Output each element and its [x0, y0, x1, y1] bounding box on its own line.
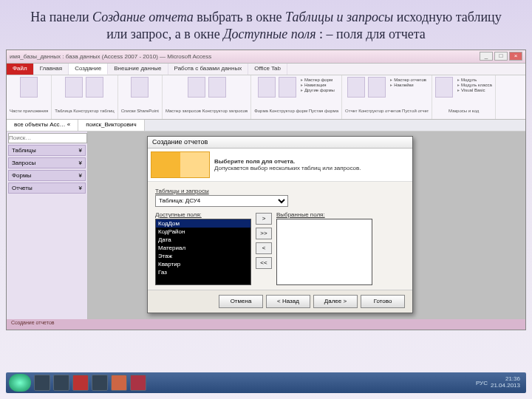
forms-list: Мастер форм Навигация Другие формы — [299, 77, 335, 92]
selected-fields-list[interactable] — [276, 219, 372, 285]
ribbon-tabs: Файл Главная Создание Внешние данные Раб… — [7, 64, 525, 75]
ribbon-group-app-parts: Части приложения — [7, 75, 52, 119]
table-icon[interactable] — [65, 77, 83, 98]
form-icon[interactable] — [258, 77, 276, 98]
remove-one-button[interactable]: < — [256, 242, 272, 254]
list-item[interactable]: Газ — [156, 268, 250, 276]
tab-create[interactable]: Создание — [69, 64, 108, 75]
available-fields-label: Доступные поля: — [155, 211, 251, 218]
taskbar-explorer-icon[interactable] — [34, 375, 50, 391]
report-design-icon[interactable] — [368, 77, 386, 98]
nav-cat-reports[interactable]: Отчеты¥ — [8, 183, 86, 194]
reports-list: Мастер отчетов Наклейки — [389, 77, 426, 87]
list-item[interactable]: КодРайон — [156, 228, 250, 236]
taskbar-lang[interactable]: РУС — [476, 380, 488, 386]
report-icon[interactable] — [347, 77, 365, 98]
app-parts-icon[interactable] — [20, 77, 38, 98]
list-item[interactable]: Материал — [156, 244, 250, 252]
ribbon-group-forms: Мастер форм Навигация Другие формы Форма… — [251, 75, 342, 119]
query-wizard-icon[interactable] — [188, 77, 205, 98]
doc-tab-allobjects[interactable]: все объекты Acc… « — [7, 120, 78, 131]
nav-cat-tables[interactable]: Таблицы¥ — [8, 145, 86, 156]
selected-fields-label: Выбранные поля: — [276, 211, 372, 218]
banner-sub: Допускается выбор нескольких таблиц или … — [214, 165, 361, 171]
tab-dbtools[interactable]: Работа с базами данных — [168, 64, 249, 75]
ribbon-group-queries: Мастер запросов Конструктор запросов — [163, 75, 251, 119]
titlebar: имя_базы_данных : база данных (Access 20… — [7, 50, 525, 64]
dialog-footer: Отмена < Назад Далее > Готово — [148, 290, 412, 313]
search-input[interactable] — [8, 133, 87, 143]
add-all-button[interactable]: >> — [256, 228, 272, 239]
maximize-button[interactable]: □ — [494, 52, 508, 61]
nav-cat-queries[interactable]: Запросы¥ — [8, 157, 86, 168]
navigation-pane: Таблицы¥ Запросы¥ Формы¥ Отчеты¥ — [7, 132, 88, 319]
tab-file[interactable]: Файл — [7, 64, 34, 75]
slide-title: На панели Создание отчета выбрать в окне… — [0, 0, 532, 50]
taskbar-app-icon[interactable] — [92, 375, 108, 391]
dialog-title: Создание отчетов — [148, 137, 412, 149]
ribbon-group-macros: Модуль Модуль класса Visual Basic Макрос… — [432, 75, 495, 119]
finish-button[interactable]: Готово — [361, 295, 405, 308]
tab-home[interactable]: Главная — [34, 64, 69, 75]
banner-heading: Выберите поля для отчета. — [214, 158, 361, 165]
dialog-banner: Выберите поля для отчета. Допускается вы… — [148, 149, 412, 182]
nav-cat-forms[interactable]: Формы¥ — [8, 170, 86, 181]
nav-search — [8, 133, 86, 143]
minimize-button[interactable]: _ — [480, 52, 493, 61]
form-design-icon[interactable] — [279, 77, 296, 98]
tab-officetab[interactable]: Office Tab — [248, 64, 287, 75]
window-title: имя_базы_данных : база данных (Access 20… — [10, 53, 211, 60]
cancel-button[interactable]: Отмена — [219, 295, 263, 308]
taskbar-powerpoint-icon[interactable] — [111, 375, 127, 391]
tables-queries-label: Таблицы и запросы — [155, 188, 405, 194]
taskbar: РУС 21:36 21.04.2013 — [6, 372, 526, 393]
document-tabs: все объекты Acc… « поиск_Викторович — [7, 120, 525, 132]
list-item[interactable]: Дата — [156, 236, 250, 244]
status-bar: Создание отчетов — [7, 319, 525, 330]
wizard-banner-icon — [151, 151, 210, 178]
tables-queries-select[interactable]: Таблица: ДСУ4 — [155, 195, 288, 207]
ribbon-group-tables: Таблица Конструктор таблиц — [52, 75, 118, 119]
query-design-icon[interactable] — [208, 77, 226, 98]
main-area: Создание отчетов Выберите поля для отчет… — [88, 132, 525, 319]
list-item[interactable]: Этаж — [156, 252, 250, 260]
taskbar-opera-icon[interactable] — [72, 375, 89, 391]
report-wizard-dialog: Создание отчетов Выберите поля для отчет… — [147, 136, 413, 313]
next-button[interactable]: Далее > — [313, 295, 358, 308]
field-mover-buttons: > >> < << — [256, 210, 272, 285]
list-item[interactable]: Квартир — [156, 260, 250, 268]
list-item[interactable]: КодДом — [156, 219, 250, 228]
access-window: имя_базы_данных : база данных (Access 20… — [6, 50, 526, 330]
taskbar-firefox-icon[interactable] — [53, 375, 69, 391]
macros-list: Модуль Модуль класса Visual Basic — [456, 77, 491, 92]
taskbar-access-icon[interactable] — [130, 375, 146, 391]
table-design-icon[interactable] — [86, 77, 103, 98]
close-button[interactable]: × — [509, 52, 522, 61]
ribbon-group-reports: Мастер отчетов Наклейки Отчет Конструкто… — [342, 75, 432, 119]
add-one-button[interactable]: > — [256, 213, 272, 225]
ribbon-group-sharepoint: Списки SharePoint — [118, 75, 163, 119]
start-button[interactable] — [9, 374, 31, 392]
tab-external[interactable]: Внешние данные — [108, 64, 168, 75]
back-button[interactable]: < Назад — [266, 295, 310, 308]
remove-all-button[interactable]: << — [256, 257, 272, 269]
taskbar-clock[interactable]: 21:36 21.04.2013 — [491, 376, 523, 389]
available-fields-list[interactable]: КодДом КодРайон Дата Материал Этаж Кварт… — [155, 219, 251, 285]
sharepoint-icon[interactable] — [131, 77, 149, 98]
ribbon: Части приложения Таблица Конструктор таб… — [7, 75, 525, 120]
macro-icon[interactable] — [435, 77, 453, 98]
doc-tab-search[interactable]: поиск_Викторович — [78, 120, 144, 131]
